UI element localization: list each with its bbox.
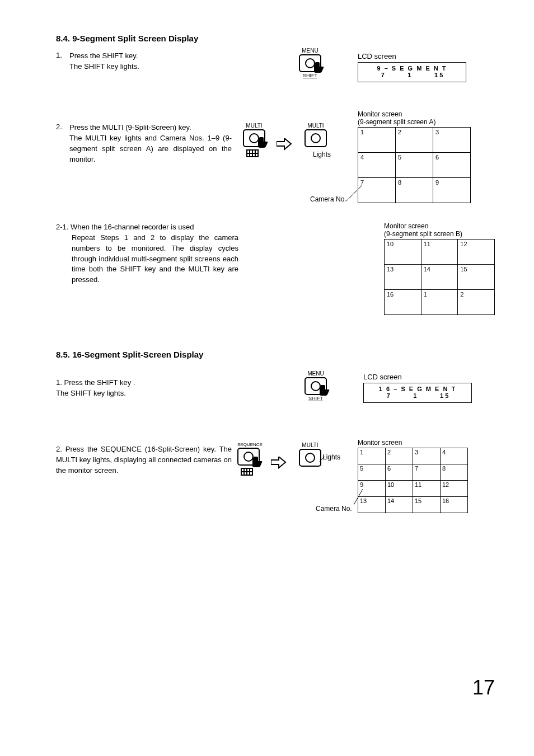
monitor-grid-16: 1234 5678 9101112 13141516	[358, 448, 468, 513]
monitor-sub-label: (9-segment split screen A)	[358, 118, 435, 126]
monitor-sub-label: (9-segment split screen B)	[384, 230, 462, 238]
monitor-grid-b: 101112 131415 1612	[384, 239, 495, 315]
callout-line-icon	[319, 456, 326, 462]
step-body: 1. Press the SHIFT key . The SHIFT key l…	[56, 367, 232, 399]
arrow-icon	[271, 457, 287, 469]
hand-icon	[319, 385, 331, 397]
camera-no-label: Camera No.	[310, 195, 346, 203]
step-body: Press the MULTI (9-Split-Screen) key. Th…	[69, 123, 232, 165]
lcd-screen: 1 6 – S E G M E N T 7 1 1 5	[363, 383, 472, 403]
svg-line-0	[346, 185, 362, 201]
step-body: 2. Press the SEQUENCE (16-Split-Screen) …	[56, 444, 232, 476]
heading-85: 8.5. 16-Segment Split-Screen Display	[56, 350, 495, 359]
step-num: 1.	[56, 51, 69, 59]
shift-key-icon: MENU SHIFT	[299, 48, 321, 78]
lights-label: Lights	[313, 151, 331, 158]
lcd-label: LCD screen	[363, 373, 402, 381]
step-num: 2.	[56, 123, 69, 131]
hand-icon	[313, 62, 326, 74]
camera-no-label: Camera No.	[316, 505, 352, 513]
hand-icon	[257, 137, 270, 149]
monitor-grid-a: 123 456 789	[358, 127, 471, 203]
monitor-label: Monitor screen	[358, 439, 402, 447]
page-number: 17	[472, 676, 495, 699]
grid-icon	[246, 149, 259, 157]
arrow-icon	[277, 138, 292, 151]
hand-icon	[252, 457, 264, 469]
step-85-1: 1. Press the SHIFT key . The SHIFT key l…	[56, 367, 495, 434]
svg-line-2	[354, 489, 363, 505]
lcd-screen: 9 – S E G M E N T 7 1 1 5	[358, 62, 466, 82]
step-84-2: 2. Press the MULTI (9-Split-Screen) key.…	[56, 123, 495, 212]
step-body: Press the SHIFT key. The SHIFT key light…	[69, 51, 232, 72]
shift-key-icon: MENU SHIFT	[305, 370, 327, 401]
step-85-2: 2. Press the SEQUENCE (16-Split-Screen) …	[56, 444, 495, 539]
step-84-2-1: 2-1. When the 16-channel recorder is use…	[56, 222, 495, 323]
svg-line-1	[319, 457, 325, 462]
monitor-label: Monitor screen	[358, 110, 402, 118]
heading-84: 8.4. 9-Segment Split Screen Display	[56, 34, 495, 43]
step-body: 2-1. When the 16-channel recorder is use…	[56, 222, 238, 285]
grid-icon	[241, 468, 253, 476]
sequence-key-icon: SEQUENCE	[237, 442, 263, 476]
page: 8.4. 9-Segment Split Screen Display 1. P…	[0, 0, 534, 722]
multi-key-lit-icon: MULTI	[305, 123, 327, 147]
step-84-1: 1. Press the SHIFT key. The SHIFT key li…	[56, 51, 495, 112]
multi-key-lit-icon: MULTI	[299, 442, 321, 467]
lcd-label: LCD screen	[358, 52, 396, 60]
callout-line-icon	[354, 489, 365, 506]
multi-key-icon: MULTI	[243, 123, 265, 157]
callout-line-icon	[346, 185, 363, 202]
monitor-label: Monitor screen	[384, 222, 428, 230]
